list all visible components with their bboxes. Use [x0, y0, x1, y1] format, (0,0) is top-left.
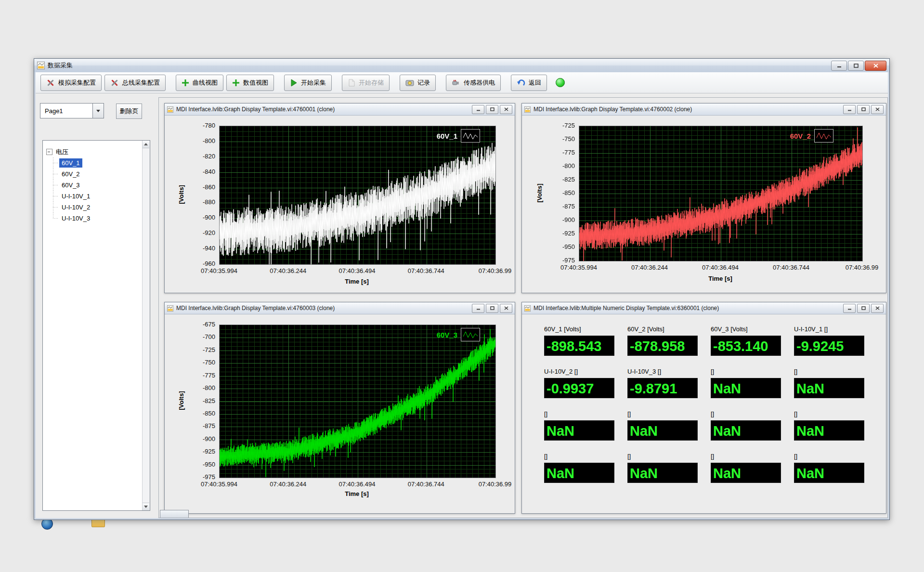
start-acquisition-button[interactable]: 开始采集 — [284, 75, 332, 91]
numeric-cell-value: -878.958 — [627, 336, 698, 356]
waveform-plot[interactable]: 60V_2 — [579, 126, 863, 261]
button-label: 曲线视图 — [193, 78, 218, 87]
x-tick-label: 07:40:36.494 — [339, 481, 376, 488]
numeric-cell: []NaN — [794, 410, 877, 453]
curve-view-button[interactable]: 曲线视图 — [176, 75, 223, 91]
numeric-cell-label: [] — [711, 368, 794, 377]
y-tick-label: -775 — [192, 372, 215, 379]
tree-item-ui10v-3[interactable]: U-I-10V_3 — [46, 213, 141, 224]
waveform-plot[interactable]: 60V_3 — [219, 325, 496, 478]
close-button[interactable] — [871, 105, 884, 114]
main-window: 数据采集 模 — [34, 58, 890, 520]
child-titlebar[interactable]: MDI Interface.lvlib:Graph Display Templa… — [165, 302, 515, 314]
minimize-icon — [837, 64, 842, 68]
legend-label: 60V_1 — [437, 132, 457, 140]
tree-item-60v-3[interactable]: 60V_3 — [46, 180, 141, 191]
close-button[interactable] — [500, 304, 512, 313]
numeric-cell-value: NaN — [627, 420, 698, 441]
x-tick-label: 07:40:36.244 — [631, 264, 668, 271]
minimize-button[interactable] — [831, 61, 847, 71]
maximize-button[interactable] — [848, 61, 864, 71]
y-axis-label: [Volts] — [536, 183, 543, 202]
tree-item-ui10v-2[interactable]: U-I-10V_2 — [46, 202, 141, 213]
restore-icon — [490, 107, 495, 111]
record-button[interactable]: 记录 — [400, 75, 436, 91]
return-button[interactable]: 返回 — [511, 75, 547, 91]
page-selector[interactable]: Page1 — [40, 103, 104, 118]
y-tick-label: -820 — [192, 153, 215, 160]
y-tick-label: -900 — [192, 435, 215, 442]
numeric-cell-label: 60V_3 [Volts] — [711, 325, 794, 334]
child-titlebar[interactable]: MDI Interface.lvlib:Multiple Numeric Dis… — [522, 302, 886, 314]
restore-button[interactable] — [486, 304, 498, 313]
scroll-down-button[interactable] — [143, 503, 149, 510]
y-tick-label: -960 — [192, 260, 215, 267]
numeric-cell-value: NaN — [627, 463, 698, 483]
button-label: 总线采集配置 — [122, 78, 160, 87]
close-button[interactable] — [500, 105, 512, 114]
y-tick-label: -725 — [192, 346, 215, 353]
minimized-mdi-window-fragment[interactable] — [160, 510, 189, 518]
y-tick-label: -950 — [552, 243, 575, 250]
tree-item-60v-1[interactable]: 60V_1 — [46, 157, 141, 169]
minimize-button[interactable] — [472, 304, 484, 313]
restore-button[interactable] — [857, 304, 870, 313]
graph-body: [Volts] 60V_3 Time [s] -675-700-725-75 — [165, 315, 515, 513]
restore-button[interactable] — [486, 105, 498, 114]
minimize-button[interactable] — [843, 304, 856, 313]
main-titlebar[interactable]: 数据采集 — [34, 59, 889, 72]
sensor-power-button[interactable]: 传感器供电 — [446, 75, 501, 91]
labview-vi-icon — [524, 106, 531, 113]
y-axis-label: [Volts] — [178, 185, 185, 204]
mdi-window-graph-1: MDI Interface.lvlib:Graph Display Templa… — [164, 103, 515, 293]
page-selector-dropdown-button[interactable] — [92, 104, 104, 118]
numeric-cell: []NaN — [794, 453, 877, 495]
tree-collapse-icon[interactable] — [46, 149, 52, 155]
labview-vi-icon — [167, 106, 173, 113]
labview-app-icon — [37, 62, 45, 69]
numeric-cell: []NaN — [711, 410, 794, 453]
analog-acquisition-config-button[interactable]: 模拟采集配置 — [40, 75, 102, 91]
x-tick-label: 07:40:36.99 — [479, 267, 512, 274]
y-tick-label: -850 — [192, 410, 215, 417]
taskbar-folder-icon-fragment[interactable] — [91, 519, 105, 527]
plot-legend[interactable]: 60V_1 — [437, 129, 480, 143]
y-tick-label: -950 — [192, 461, 215, 468]
numeric-cell: 60V_2 [Volts]-878.958 — [627, 325, 711, 368]
delete-page-button[interactable]: 删除页 — [116, 104, 142, 119]
minimize-icon — [847, 306, 852, 310]
y-tick-label: -675 — [192, 321, 215, 328]
numeric-cell-label: [] — [627, 453, 711, 461]
numeric-cell-value: NaN — [544, 420, 614, 441]
child-titlebar[interactable]: MDI Interface.lvlib:Graph Display Templa… — [522, 104, 886, 116]
restore-button[interactable] — [857, 105, 870, 114]
numeric-cell: []NaN — [544, 453, 627, 495]
numeric-cell-value: NaN — [711, 463, 781, 483]
numeric-view-button[interactable]: 数值视图 — [226, 75, 274, 91]
graph-body: [Volts] 60V_1 Time [s] -780-800-820-84 — [165, 116, 515, 293]
start-storage-button: 开始存储 — [342, 75, 390, 91]
bus-acquisition-config-button[interactable]: 总线采集配置 — [104, 75, 166, 91]
close-button[interactable] — [871, 304, 884, 313]
child-titlebar[interactable]: MDI Interface.lvlib:Graph Display Templa… — [165, 104, 515, 116]
tree-item-60v-2[interactable]: 60V_2 — [46, 169, 141, 180]
tree-scrollbar[interactable] — [142, 141, 150, 510]
plot-legend[interactable]: 60V_2 — [790, 129, 833, 143]
numeric-grid: 60V_1 [Volts]-898.54360V_2 [Volts]-878.9… — [544, 325, 877, 495]
tree-root-label: 电压 — [56, 148, 68, 156]
tree-item-ui10v-1[interactable]: U-I-10V_1 — [46, 191, 141, 202]
bus-config-icon — [110, 79, 119, 87]
tree-root-voltage[interactable]: 电压 — [46, 146, 141, 157]
numeric-cell-label: [] — [627, 410, 711, 419]
button-label: 数值视图 — [243, 78, 268, 87]
minimize-button[interactable] — [843, 105, 856, 114]
minimize-button[interactable] — [472, 105, 484, 114]
y-tick-label: -775 — [552, 149, 575, 156]
scroll-up-button[interactable] — [143, 141, 149, 148]
y-tick-label: -875 — [192, 422, 215, 429]
close-button[interactable] — [865, 61, 886, 71]
waveform-plot[interactable]: 60V_1 — [219, 126, 496, 265]
plot-canvas — [220, 126, 495, 264]
plot-legend[interactable]: 60V_3 — [437, 328, 480, 341]
desktop: 数据采集 模 — [0, 0, 924, 572]
